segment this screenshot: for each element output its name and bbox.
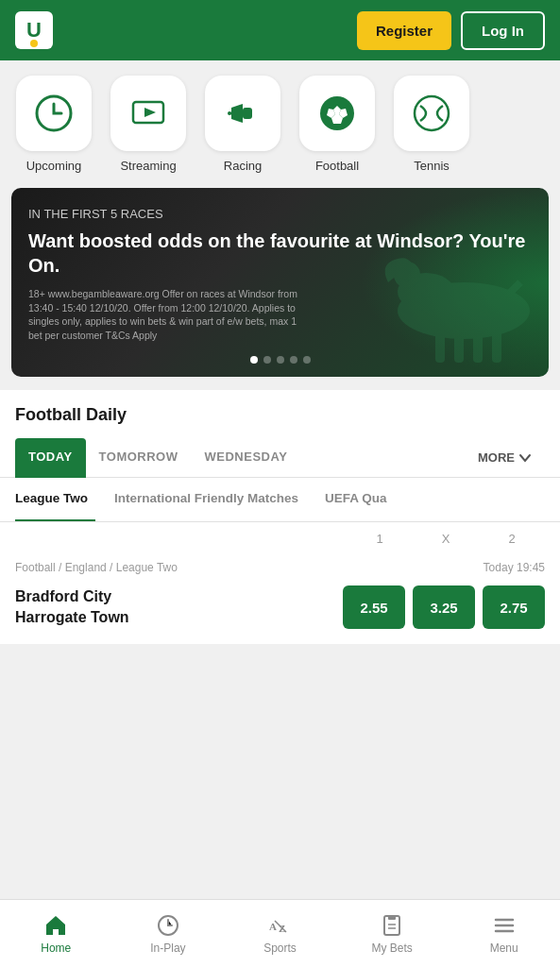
sport-label-streaming: Streaming [120,159,176,173]
odds-btn-x[interactable]: 3.25 [413,585,475,629]
bottom-nav: Home In-Play A Z Sports My Bets Me [0,899,560,967]
odds-buttons: 2.55 3.25 2.75 [343,585,545,629]
tab-uefa-qua[interactable]: UEFA Qua [317,478,395,522]
promo-banner: IN THE FIRST 5 RACES Want boosted odds o… [11,188,549,377]
login-button[interactable]: Log In [461,11,545,50]
tab-today[interactable]: TODAY [15,438,86,478]
nav-in-play-label: In-Play [150,942,185,955]
nav-sports[interactable]: A Z Sports [224,900,336,967]
league-tabs: League Two International Friendly Matche… [0,478,560,522]
streaming-icon [127,93,169,134]
svg-point-4 [228,111,231,115]
sports-row: Upcoming Streaming Racing [0,60,560,188]
nav-my-bets-label: My Bets [371,942,412,955]
promo-dot-2[interactable] [263,356,271,364]
in-play-icon [156,913,180,938]
nav-my-bets[interactable]: My Bets [336,900,449,967]
header: U Register Log In [0,0,560,60]
sport-item-streaming[interactable]: Streaming [106,76,191,173]
tab-more[interactable]: MORE [465,438,545,477]
clock-icon [33,93,75,134]
promo-title: Want boosted odds on the favourite at Wi… [28,229,532,278]
sport-item-football[interactable]: Football [295,76,380,173]
promo-disclaimer: 18+ www.begambleaware.org Offer on races… [28,287,312,343]
sport-item-upcoming[interactable]: Upcoming [11,76,96,173]
menu-icon [492,913,517,938]
sport-item-tennis[interactable]: Tennis [389,76,474,173]
nav-home[interactable]: Home [0,900,112,967]
football-icon [316,93,358,134]
nav-sports-label: Sports [263,942,297,955]
svg-rect-24 [388,916,396,920]
sport-label-upcoming: Upcoming [26,159,82,173]
odds-btn-2[interactable]: 2.75 [483,585,545,629]
nav-home-label: Home [41,942,71,955]
nav-menu-label: Menu [490,942,518,955]
racing-icon [222,93,263,134]
odds-col-x: X [413,532,479,546]
sport-label-football: Football [315,159,359,173]
svg-rect-3 [243,108,252,119]
tennis-icon [411,93,452,134]
home-team: Bradford City [15,586,335,607]
promo-subtitle: IN THE FIRST 5 RACES [28,207,532,221]
sport-item-racing[interactable]: Racing [200,76,285,173]
chevron-down-icon [518,451,532,465]
table-row: Bradford City Harrogate Town 2.55 3.25 2… [0,578,560,644]
nav-in-play[interactable]: In-Play [112,900,225,967]
tab-wednesday[interactable]: WEDNESDAY [192,438,301,478]
home-icon [43,913,68,938]
svg-point-10 [415,96,449,130]
odds-col-2: 2 [479,532,545,546]
register-button[interactable]: Register [357,11,451,50]
promo-dot-4[interactable] [290,356,297,364]
odds-header: 1 X 2 [0,522,560,555]
odds-btn-1[interactable]: 2.55 [343,585,405,629]
tab-league-two[interactable]: League Two [15,478,95,522]
promo-dot-3[interactable] [277,356,284,364]
promo-dot-5[interactable] [303,356,311,364]
logo-dot [30,40,38,47]
odds-col-1: 1 [347,532,413,546]
match-context: Football / England / League Two Today 19… [0,555,560,578]
tab-international-friendly[interactable]: International Friendly Matches [107,478,306,521]
football-daily-title: Football Daily [15,405,545,425]
svg-marker-2 [144,108,156,117]
day-tabs: TODAY TOMORROW WEDNESDAY MORE [0,438,560,478]
away-team: Harrogate Town [15,607,335,628]
match-teams: Bradford City Harrogate Town [15,586,335,629]
tab-tomorrow[interactable]: TOMORROW [86,438,192,478]
sport-label-racing: Racing [224,159,262,173]
football-daily-section: Football Daily TODAY TOMORROW WEDNESDAY … [0,390,560,644]
sports-icon: A Z [267,913,292,938]
nav-menu[interactable]: Menu [448,900,560,967]
my-bets-icon [380,913,404,938]
sport-label-tennis: Tennis [414,159,450,173]
promo-dot-1[interactable] [250,356,258,364]
